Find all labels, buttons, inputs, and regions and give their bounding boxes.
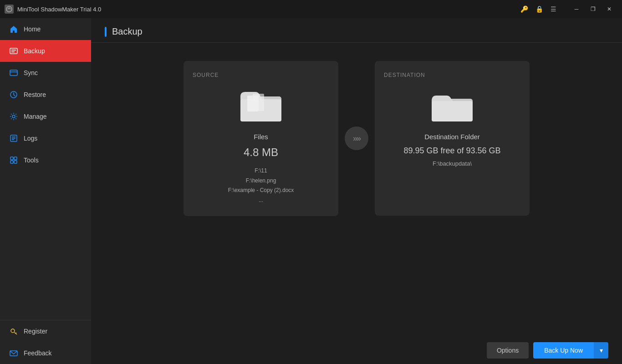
destination-path: F:\backupdata\: [433, 160, 472, 167]
menu-icon[interactable]: ☰: [551, 5, 556, 13]
sidebar-label-backup: Backup: [24, 47, 45, 55]
main-content: Backup SOURCE: [91, 18, 622, 364]
register-key-icon: [9, 327, 18, 336]
sidebar-label-sync: Sync: [24, 69, 38, 76]
destination-card[interactable]: DESTINATION Destination Folder 89.95 GB …: [375, 61, 530, 216]
restore-icon: [9, 90, 18, 99]
window-controls: ─ ❐ ✕: [568, 0, 617, 18]
destination-free-space: 89.95 GB free of 93.56 GB: [403, 146, 500, 156]
key-icon[interactable]: 🔑: [520, 5, 528, 13]
svg-rect-3: [11, 51, 15, 52]
tools-icon: [9, 156, 18, 165]
sidebar-item-backup[interactable]: Backup: [0, 40, 91, 62]
app-title: MiniTool ShadowMaker Trial 4.0: [5, 5, 101, 14]
feedback-envelope-icon: [9, 349, 18, 358]
minimize-button[interactable]: ─: [568, 0, 585, 18]
svg-rect-1: [10, 48, 17, 54]
sidebar-label-manage: Manage: [24, 113, 47, 120]
sidebar-label-feedback: Feedback: [24, 349, 51, 357]
svg-rect-2: [11, 50, 16, 51]
backup-now-container: Back Up Now ▾: [533, 342, 608, 359]
source-size: 4.8 MB: [244, 146, 278, 159]
svg-rect-25: [432, 101, 473, 121]
source-path-ellipsis: ...: [228, 196, 294, 206]
sidebar-item-feedback[interactable]: Feedback: [0, 342, 91, 364]
title-bar: MiniTool ShadowMaker Trial 4.0 🔑 🔒 ☰ ─ ❐…: [0, 0, 622, 18]
manage-icon: [9, 112, 18, 121]
sidebar: Home Backup Sync: [0, 18, 91, 364]
source-folder-icon: [238, 87, 284, 124]
restore-button[interactable]: ❐: [585, 0, 601, 18]
sidebar-label-restore: Restore: [24, 91, 46, 98]
source-label: SOURCE: [193, 72, 219, 78]
app-body: Home Backup Sync: [0, 18, 622, 364]
sync-icon: [9, 68, 18, 77]
svg-rect-23: [253, 94, 264, 111]
sidebar-label-logs: Logs: [24, 135, 37, 142]
page-title: Backup: [112, 26, 143, 37]
sidebar-label-register: Register: [24, 328, 47, 335]
source-paths: F:\11 F:\helen.png F:\example - Copy (2)…: [228, 166, 294, 205]
sidebar-item-home[interactable]: Home: [0, 18, 91, 40]
svg-point-0: [6, 6, 12, 12]
destination-folder-label: Destination Folder: [424, 133, 480, 141]
svg-point-16: [11, 329, 15, 333]
sidebar-item-restore[interactable]: Restore: [0, 84, 91, 106]
sidebar-label-home: Home: [24, 25, 41, 33]
bottom-bar: Options Back Up Now ▾: [91, 337, 622, 364]
svg-point-7: [12, 115, 15, 118]
source-card[interactable]: SOURCE Files 4.8: [184, 61, 338, 216]
sidebar-spacer: [0, 171, 91, 320]
options-button[interactable]: Options: [487, 342, 529, 359]
backup-area: SOURCE Files 4.8: [91, 43, 622, 337]
svg-rect-13: [14, 157, 17, 160]
source-path-2: F:\helen.png: [228, 176, 294, 186]
backup-icon: [9, 46, 18, 56]
header-accent-bar: [105, 27, 107, 37]
svg-rect-4: [10, 70, 17, 76]
sidebar-item-tools[interactable]: Tools: [0, 149, 91, 171]
logs-icon: [9, 134, 18, 143]
sidebar-label-tools: Tools: [24, 157, 39, 164]
page-header: Backup: [91, 18, 622, 43]
svg-rect-14: [10, 161, 13, 163]
svg-rect-12: [10, 157, 13, 160]
destination-folder-icon: [429, 87, 475, 124]
arrow-icon: »»: [345, 126, 368, 150]
home-icon: [9, 25, 18, 34]
app-title-text: MiniTool ShadowMaker Trial 4.0: [17, 6, 101, 13]
shield-icon[interactable]: 🔒: [535, 5, 543, 13]
backup-now-dropdown-button[interactable]: ▾: [594, 342, 608, 359]
app-logo-icon: [5, 5, 14, 14]
source-path-1: F:\11: [228, 166, 294, 176]
arrow-connector: »»: [338, 61, 375, 216]
sidebar-item-logs[interactable]: Logs: [0, 127, 91, 149]
source-path-3: F:\example - Copy (2).docx: [228, 186, 294, 196]
title-bar-controls: 🔑 🔒 ☰ ─ ❐ ✕: [520, 0, 617, 18]
sidebar-bottom: Register Feedback: [0, 320, 91, 364]
svg-line-18: [15, 333, 16, 334]
close-button[interactable]: ✕: [601, 0, 617, 18]
sidebar-item-register[interactable]: Register: [0, 320, 91, 342]
backup-now-button[interactable]: Back Up Now: [533, 342, 594, 359]
source-file-label: Files: [254, 133, 268, 141]
sidebar-item-manage[interactable]: Manage: [0, 106, 91, 127]
sidebar-item-sync[interactable]: Sync: [0, 62, 91, 84]
destination-label: DESTINATION: [384, 72, 425, 78]
svg-rect-15: [14, 161, 17, 163]
